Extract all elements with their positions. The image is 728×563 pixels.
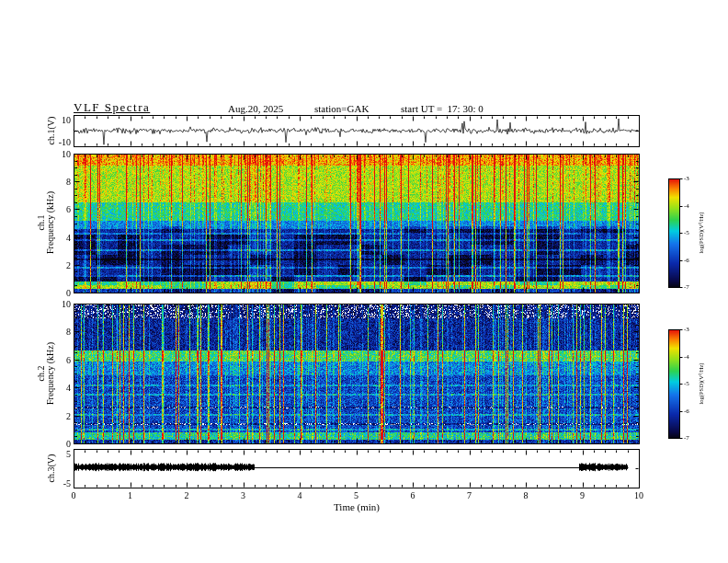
colorbar1-tick-label: -6: [684, 257, 689, 264]
colorbar1-tick-label: -5: [684, 229, 689, 236]
figure-canvas: [0, 0, 728, 563]
colorbar1-tick-label: -3: [684, 175, 689, 182]
colorbar2-tick-label: -4: [684, 353, 689, 361]
ch1-volt-tick-label: 10: [62, 115, 71, 125]
ch2-freq-tick-label: 0: [66, 439, 71, 449]
frequency-units-label: Frequency (kHz): [46, 342, 55, 405]
ch2-freq-tick-label: 4: [66, 383, 71, 393]
ch2-freq-tick-label: 2: [66, 410, 71, 420]
vlf-spectra-figure: VLF Spectra Aug.20, 2025 station=GAK sta…: [0, 0, 728, 563]
x-tick-label: 0: [72, 490, 76, 500]
colorbar2-tick-label: -3: [684, 326, 689, 333]
ch1-freq-tick-label: 4: [66, 232, 71, 242]
ch1-freq-tick-label: 8: [66, 177, 71, 187]
ch1-freq-tick-label: 6: [66, 204, 71, 214]
colorbar2-tick-label: -7: [684, 434, 689, 442]
colorbar1-tick-label: -4: [684, 202, 689, 210]
figure-title: VLF Spectra: [74, 100, 150, 115]
ch2-freq-tick-label: 6: [66, 354, 71, 364]
x-tick-label: 5: [354, 490, 358, 500]
ch1-freq-tick-label: 2: [66, 259, 71, 270]
ch1-voltage-axis-label: ch.1(V): [47, 117, 56, 145]
ch1-frequency-axis-label: ch.1 Frequency (kHz): [37, 191, 55, 254]
x-tick-label: 2: [185, 490, 189, 500]
ch3-volt-tick-label: -5: [63, 478, 71, 488]
start-ut-label: start UT = 17: 30: 0: [401, 103, 483, 114]
x-tick-label: 6: [411, 490, 415, 500]
ch2-frequency-axis-label: ch.2 Frequency (kHz): [37, 342, 55, 405]
frequency-units-label: Frequency (kHz): [46, 191, 55, 254]
colorbar2-tick-label: -5: [684, 380, 689, 387]
ch2-freq-tick-label: 10: [62, 299, 71, 309]
ch1-freq-tick-label: 0: [66, 288, 71, 298]
x-tick-label: 9: [580, 490, 585, 500]
x-tick-label: 8: [524, 490, 529, 500]
station-label: station=GAK: [314, 103, 369, 114]
ch3-volt-tick-label: 5: [66, 449, 71, 459]
x-tick-label: 7: [467, 490, 472, 500]
ch1-volt-tick-label: -10: [59, 137, 71, 147]
x-tick-label: 1: [128, 490, 132, 500]
colorbar1-tick-label: -7: [684, 283, 689, 291]
x-axis-label: Time (min): [334, 501, 380, 512]
x-tick-label: 4: [298, 490, 302, 500]
figure-date: Aug.20, 2025: [228, 103, 283, 114]
x-tick-label: 10: [634, 490, 643, 500]
ch1-freq-tick-label: 10: [62, 149, 71, 159]
x-tick-label: 3: [241, 490, 245, 500]
ch3-voltage-axis-label: ch.3(V): [47, 454, 56, 483]
colorbar1-label: log(PSD)(V²/Hz): [698, 213, 704, 254]
colorbar2-tick-label: -6: [684, 408, 689, 415]
colorbar2-label: log(PSD)(V²/Hz): [698, 363, 704, 405]
ch2-freq-tick-label: 8: [66, 327, 71, 337]
